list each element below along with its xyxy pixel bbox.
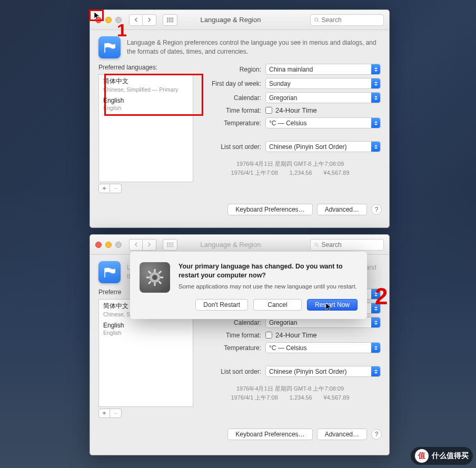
format-samples: 1976年4月1日 星期四 GMT-8 上午7:08:09 1976/4/1 上… xyxy=(200,384,381,402)
svg-point-12 xyxy=(315,18,318,21)
language-sub: English xyxy=(103,330,189,336)
close-icon[interactable] xyxy=(95,242,102,248)
language-sub: English xyxy=(103,105,189,111)
list-item[interactable]: English English xyxy=(99,320,193,338)
watermark-badge: 值 xyxy=(415,449,429,463)
keyboard-preferences-button[interactable]: Keyboard Preferences… xyxy=(227,204,312,215)
dialog-title: Your primary language has changed. Do yo… xyxy=(178,262,358,280)
language-region-window-2: Language & Region Language & Region pref… xyxy=(90,234,390,455)
svg-line-38 xyxy=(148,282,151,284)
list-sort-select[interactable]: Chinese (Pinyin Sort Order) xyxy=(265,141,381,152)
svg-point-27 xyxy=(315,243,318,246)
region-select[interactable]: China mainland xyxy=(265,64,381,75)
help-button[interactable]: ? xyxy=(371,204,382,215)
svg-line-35 xyxy=(148,271,151,274)
region-label: Region: xyxy=(200,66,265,73)
svg-line-28 xyxy=(318,245,319,246)
keyboard-preferences-button[interactable]: Keyboard Preferences… xyxy=(227,429,312,440)
language-list[interactable]: 简体中文 Chinese, Simplified — Primary Engli… xyxy=(98,74,193,182)
language-name: English xyxy=(103,97,189,104)
remove-language-button[interactable]: − xyxy=(110,184,122,193)
24hour-checkbox[interactable] xyxy=(265,332,272,338)
titlebar: Language & Region xyxy=(90,10,389,30)
description-text: Language & Region preferences control th… xyxy=(127,36,381,58)
chevron-updown-icon xyxy=(371,366,380,376)
temperature-label: Temperature: xyxy=(200,344,265,352)
search-input[interactable] xyxy=(322,241,380,248)
format-samples: 1976年4月1日 星期四 GMT-8 上午7:08:09 1976/4/1 上… xyxy=(200,160,381,177)
window-content: Language & Region preferences control th… xyxy=(90,30,389,200)
calendar-label: Calendar: xyxy=(200,94,265,102)
svg-line-36 xyxy=(159,282,162,284)
remove-language-button[interactable]: − xyxy=(110,409,122,418)
temperature-label: Temperature: xyxy=(200,120,265,127)
cursor-icon xyxy=(94,12,101,21)
preferred-languages-label: Preferred languages: xyxy=(98,64,193,71)
list-item[interactable]: English English xyxy=(99,95,193,113)
chevron-updown-icon xyxy=(371,118,380,128)
back-button[interactable] xyxy=(129,239,143,251)
minimize-icon[interactable] xyxy=(105,242,112,248)
chevron-updown-icon xyxy=(371,142,380,152)
zoom-icon[interactable] xyxy=(115,242,122,248)
cancel-button[interactable]: Cancel xyxy=(253,299,302,311)
forward-button[interactable] xyxy=(143,14,156,26)
cursor-icon xyxy=(325,303,333,312)
advanced-button[interactable]: Advanced… xyxy=(317,429,367,440)
language-name: 简体中文 xyxy=(103,77,189,86)
traffic-lights xyxy=(95,242,122,248)
temperature-select[interactable]: °C — Celsius xyxy=(265,342,381,353)
24hour-label: 24-Hour Time xyxy=(275,331,317,339)
search-input[interactable] xyxy=(322,16,380,24)
24hour-checkbox[interactable] xyxy=(265,107,272,114)
list-item[interactable]: 简体中文 Chinese, Simplified — Primary xyxy=(99,75,193,95)
language-region-icon xyxy=(98,261,121,283)
chevron-updown-icon xyxy=(371,343,380,353)
dont-restart-button[interactable]: Don't Restart xyxy=(195,299,248,311)
list-sort-label: List sort order: xyxy=(200,368,265,375)
watermark-text: 什么值得买 xyxy=(432,451,469,461)
search-field[interactable] xyxy=(310,14,384,26)
window-title: Language & Region xyxy=(155,241,306,248)
calendar-label: Calendar: xyxy=(200,319,265,326)
system-preferences-icon xyxy=(140,262,170,293)
language-sub: Chinese, Simplified — Primary xyxy=(103,86,189,93)
list-sort-select[interactable]: Chinese (Pinyin Sort Order) xyxy=(265,366,381,377)
minimize-icon[interactable] xyxy=(105,17,112,23)
search-field[interactable] xyxy=(310,239,384,251)
chevron-updown-icon xyxy=(371,317,380,327)
temperature-select[interactable]: °C — Celsius xyxy=(265,117,381,128)
svg-line-37 xyxy=(159,271,162,274)
first-day-label: First day of week: xyxy=(200,80,265,87)
back-button[interactable] xyxy=(129,14,143,26)
annotation-label-2: 2 xyxy=(375,283,388,310)
first-day-select[interactable]: Sunday xyxy=(265,78,381,89)
dialog-subtitle: Some applications may not use the new la… xyxy=(178,283,358,290)
forward-button[interactable] xyxy=(143,239,156,251)
watermark: 值 什么值得买 xyxy=(411,447,473,465)
nav-buttons xyxy=(129,239,156,251)
24hour-label: 24-Hour Time xyxy=(275,106,317,114)
search-icon xyxy=(314,242,320,248)
search-icon xyxy=(314,17,320,23)
nav-buttons xyxy=(129,14,156,26)
window-footer: Keyboard Preferences… Advanced… ? xyxy=(90,200,389,220)
advanced-button[interactable]: Advanced… xyxy=(317,204,367,215)
chevron-updown-icon xyxy=(371,93,380,103)
language-region-window-1: Language & Region Language & Region pref… xyxy=(90,9,390,228)
add-language-button[interactable]: + xyxy=(98,409,110,418)
window-title: Language & Region xyxy=(155,16,306,24)
window-footer: Keyboard Preferences… Advanced… ? xyxy=(90,424,389,444)
list-sort-label: List sort order: xyxy=(200,143,265,151)
svg-line-13 xyxy=(318,21,319,22)
help-button[interactable]: ? xyxy=(371,429,382,440)
svg-point-39 xyxy=(152,275,157,280)
chevron-updown-icon xyxy=(371,78,380,88)
annotation-label-1: 1 xyxy=(117,20,127,41)
calendar-select[interactable]: Gregorian xyxy=(265,92,381,103)
add-language-button[interactable]: + xyxy=(98,184,110,193)
language-name: English xyxy=(103,322,189,329)
chevron-updown-icon xyxy=(371,64,380,74)
time-format-label: Time format: xyxy=(200,107,265,114)
time-format-label: Time format: xyxy=(200,332,265,339)
